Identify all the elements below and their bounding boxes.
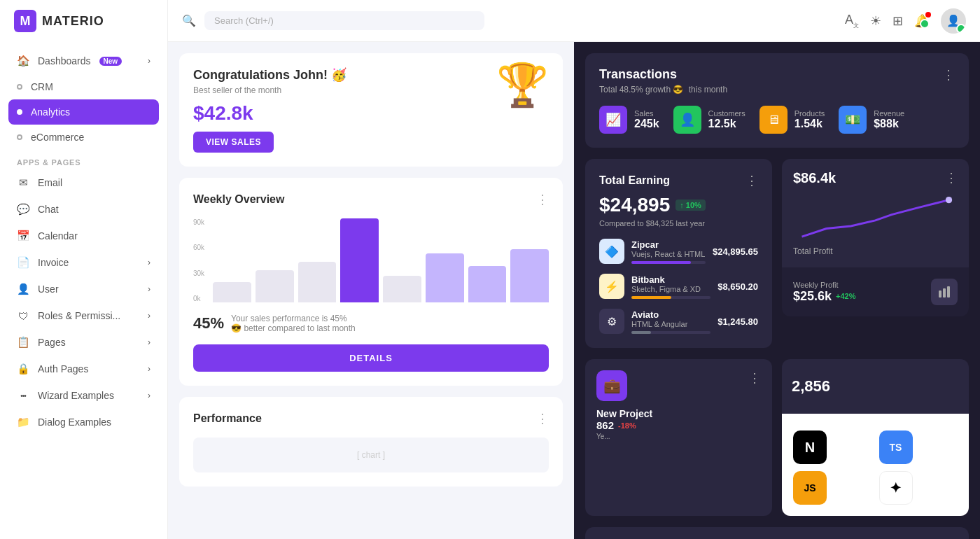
- congrats-amount: $42.8k: [193, 102, 549, 125]
- svg-rect-2: [943, 288, 946, 298]
- sidebar-item-dialog[interactable]: 📁 Dialog Examples: [8, 409, 159, 435]
- notifications-icon[interactable]: 🔔: [914, 13, 930, 29]
- figma-logo: ✦: [879, 471, 913, 505]
- weekly-profit-label: Weekly Profit: [793, 281, 856, 289]
- bar-3: [298, 262, 337, 302]
- bar-chart-icon: [931, 279, 958, 305]
- dialog-icon: 📁: [17, 416, 29, 428]
- svg-point-0: [946, 197, 952, 203]
- left-panel: Congratulations John! 🥳 Best seller of t…: [168, 42, 574, 539]
- sidebar-label-ecommerce: eCommerce: [31, 132, 84, 143]
- lock-icon: 🔒: [17, 363, 29, 375]
- calendar-icon: 📅: [17, 230, 29, 242]
- sales-stat: 📈 Sales 245k: [599, 106, 659, 134]
- project-count-card: 2,856: [782, 359, 969, 414]
- sidebar-label-roles: Roles & Permissi...: [38, 310, 120, 321]
- customers-icon: 👤: [673, 106, 701, 134]
- sidebar-label-auth: Auth Pages: [38, 363, 88, 374]
- logo-text: MATERIO: [42, 14, 104, 29]
- performance-menu-icon[interactable]: ⋮: [536, 411, 549, 426]
- email-icon: ✉: [17, 176, 29, 189]
- dot-icon-active: [17, 109, 22, 115]
- sidebar-item-user[interactable]: 👤 User ›: [8, 276, 159, 302]
- total-profit-top-card: $86.4k ⋮ Total Profit: [782, 159, 969, 267]
- revenue-stat: 💵 Revenue $88k: [839, 106, 904, 134]
- products-icon: 🖥: [760, 106, 788, 134]
- products-value: 1.54k: [794, 118, 825, 130]
- total-earning-card: Total Earning ⋮ $24,895 ↑ 10% Compared t…: [585, 159, 772, 348]
- view-sales-button[interactable]: VIEW SALES: [193, 132, 274, 153]
- congrats-subtitle: Best seller of the month: [193, 85, 549, 95]
- sidebar-label-dialog: Dialog Examples: [38, 416, 111, 428]
- sidebar-label-crm: CRM: [31, 81, 53, 92]
- congrats-title: Congratulations John! 🥳: [193, 67, 549, 83]
- translate-icon[interactable]: A文: [845, 13, 859, 29]
- chevron-right-icon: ›: [148, 258, 150, 267]
- chat-icon: 💬: [17, 203, 29, 216]
- main-area: 🔍 Search (Ctrl+/) A文 ☀ ⊞ 🔔 👤 Congratulat…: [168, 0, 980, 539]
- y-label-60k: 60k: [193, 244, 204, 251]
- project-menu-icon[interactable]: ⋮: [748, 370, 761, 386]
- project-number: 862: [596, 419, 614, 431]
- sidebar-item-dashboards[interactable]: 🏠 Dashboards New ›: [8, 48, 159, 74]
- user-icon: 👤: [17, 283, 29, 295]
- profit-big-amount: $86.4k: [793, 170, 836, 186]
- dot-icon-ecommerce: [17, 134, 22, 140]
- bar-6: [426, 253, 464, 302]
- earning-amount: $24,895: [599, 194, 670, 216]
- sidebar-label-calendar: Calendar: [38, 230, 78, 241]
- sales-icon: 📈: [599, 106, 627, 134]
- search-icon: 🔍: [182, 14, 196, 27]
- earning-growth-badge: ↑ 10%: [676, 200, 706, 211]
- y-label-90k: 90k: [193, 218, 204, 226]
- sidebar-item-auth[interactable]: 🔒 Auth Pages ›: [8, 356, 159, 382]
- chevron-right-icon: ›: [148, 337, 150, 347]
- sidebar-item-chat[interactable]: 💬 Chat: [8, 196, 159, 223]
- profit-sparkline: [793, 192, 958, 241]
- weekly-overview-card: Weekly Overview ⋮ 90k 60k 30k 0k: [179, 178, 563, 386]
- sidebar-item-calendar[interactable]: 📅 Calendar: [8, 223, 159, 249]
- sidebar-item-pages[interactable]: 📋 Pages ›: [8, 329, 159, 356]
- weekly-menu-icon[interactable]: ⋮: [536, 192, 549, 207]
- details-button[interactable]: DETAILS: [193, 344, 549, 372]
- sales-label: Sales: [634, 109, 659, 118]
- tech-logos-card: N TS JS ✦: [782, 414, 969, 516]
- logo: M MATERIO: [0, 0, 167, 42]
- transactions-period: this month: [689, 85, 727, 94]
- zipcar-sub: Vuejs, React & HTML: [631, 250, 706, 258]
- profit-menu-icon[interactable]: ⋮: [945, 170, 958, 186]
- sidebar-item-invoice[interactable]: 📄 Invoice ›: [8, 249, 159, 276]
- sidebar-item-analytics[interactable]: Analytics: [8, 99, 159, 125]
- chevron-right-icon: ›: [148, 284, 150, 294]
- earning-menu-icon[interactable]: ⋮: [746, 173, 758, 188]
- sidebar-item-crm[interactable]: CRM: [8, 74, 159, 99]
- customers-label: Customers: [708, 109, 746, 118]
- trophy-icon: 🏆: [496, 60, 549, 110]
- aviato-icon: ⚙: [599, 309, 624, 334]
- search-bar[interactable]: Search (Ctrl+/): [204, 11, 484, 30]
- sidebar-item-roles[interactable]: 🛡 Roles & Permissi... ›: [8, 302, 159, 329]
- right-panel: Transactions Total 48.5% growth 😎 this m…: [574, 42, 980, 539]
- nextjs-logo: N: [793, 430, 827, 464]
- new-project-card: 💼 ⋮ New Project 862 -18% Ye...: [585, 359, 772, 516]
- bar-5: [383, 276, 421, 302]
- grid-icon[interactable]: ⊞: [892, 13, 903, 29]
- sidebar-item-ecommerce[interactable]: eCommerce: [8, 125, 159, 150]
- notification-badge: [925, 12, 931, 18]
- header-actions: A文 ☀ ⊞ 🔔 👤: [845, 8, 966, 34]
- theme-icon[interactable]: ☀: [870, 13, 881, 29]
- header: 🔍 Search (Ctrl+/) A文 ☀ ⊞ 🔔 👤: [168, 0, 980, 42]
- mini-bar-chart: [951, 369, 959, 404]
- weekly-title: Weekly Overview: [193, 193, 284, 206]
- chevron-right-icon: ›: [148, 391, 150, 400]
- aviato-amount: $1,245.80: [718, 316, 758, 327]
- transactions-menu-icon[interactable]: ⋮: [942, 67, 955, 83]
- chevron-right-icon: ›: [148, 311, 150, 321]
- earning-title: Total Earning: [599, 174, 670, 187]
- sidebar-item-wizard[interactable]: ••• Wizard Examples ›: [8, 382, 159, 409]
- sidebar-label-analytics: Analytics: [31, 106, 70, 118]
- customers-value: 12.5k: [708, 118, 746, 130]
- performance-chart: [ chart ]: [193, 438, 549, 472]
- sidebar-item-email[interactable]: ✉ Email: [8, 169, 159, 196]
- avatar[interactable]: 👤: [941, 8, 966, 34]
